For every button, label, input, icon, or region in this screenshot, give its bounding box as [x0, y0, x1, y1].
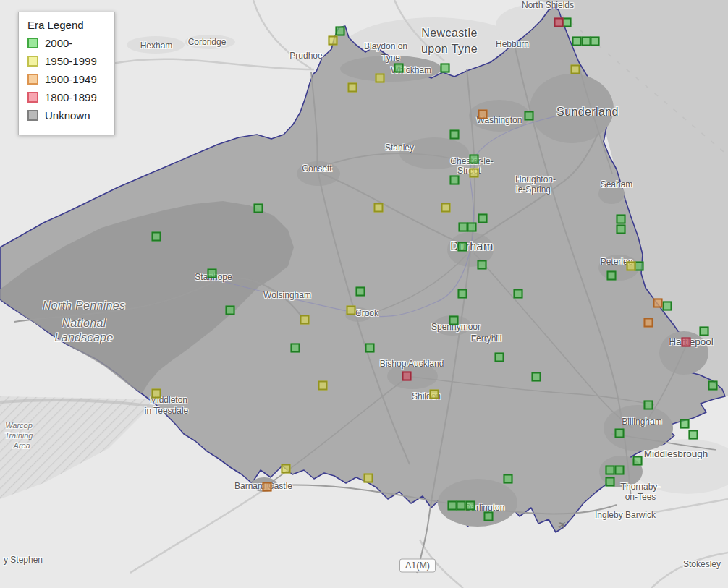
map-app: North ShieldsNewcastleupon TyneHebburnHe… — [0, 0, 728, 588]
legend-item-label: 2000- — [45, 37, 72, 49]
legend-item: 2000- — [27, 37, 106, 49]
legend-item-label: 1900-1949 — [45, 73, 97, 85]
legend-item-label: 1950-1999 — [45, 55, 97, 67]
legend-title: Era Legend — [27, 19, 106, 31]
legend-item: 1800-1899 — [27, 91, 106, 103]
legend-swatch-icon — [27, 38, 38, 48]
legend-items: 2000-1950-19991900-19491800-1899Unknown — [27, 37, 106, 122]
legend-swatch-icon — [27, 74, 38, 85]
legend-item-label: Unknown — [45, 109, 90, 122]
legend-swatch-icon — [27, 92, 38, 103]
legend-swatch-icon — [27, 56, 38, 67]
legend-item: 1900-1949 — [27, 73, 106, 85]
road-badge-a1m: A1(M) — [399, 559, 436, 573]
legend-item-label: 1800-1899 — [45, 91, 97, 103]
legend-swatch-icon — [27, 110, 38, 121]
legend-item: 1950-1999 — [27, 55, 106, 67]
era-legend: Era Legend 2000-1950-19991900-19491800-1… — [18, 12, 115, 135]
legend-item: Unknown — [27, 109, 106, 122]
